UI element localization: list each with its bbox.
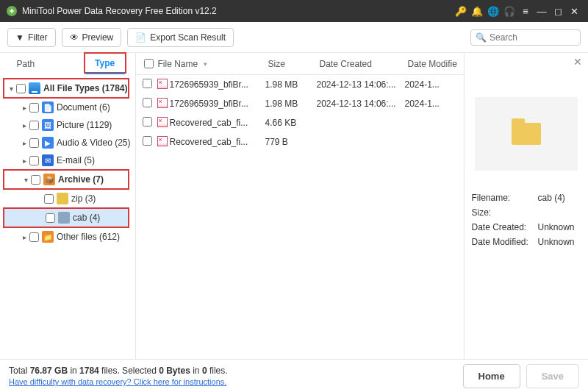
preview-label: Preview	[82, 32, 114, 43]
preview-metadata: Filename: cab (4) Size: Date Created: Un…	[472, 193, 581, 247]
export-button[interactable]: 📄 Export Scan Result	[127, 28, 234, 47]
menu-icon[interactable]: ≡	[517, 6, 534, 17]
checkbox-row[interactable]	[143, 136, 152, 146]
preview-panel: ✕ Filename: cab (4) Size: Date Created: …	[465, 53, 589, 359]
cell-created: 2024-12-13 14:06:...	[317, 99, 405, 109]
checkbox-row[interactable]	[143, 117, 152, 126]
file-row[interactable]: Recovered_cab_fi... 779 B	[136, 132, 464, 152]
file-row[interactable]: 1726965939_bfiBr... 1.98 MB 2024-12-13 1…	[136, 94, 464, 113]
close-icon[interactable]: ✕	[566, 6, 582, 17]
meta-value-filename: cab (4)	[538, 193, 581, 203]
tree-label: Picture (1129)	[57, 120, 112, 130]
file-icon	[157, 79, 168, 89]
cell-name: 1726965939_bfiBr...	[170, 79, 265, 90]
checkbox-cab[interactable]	[46, 213, 55, 223]
cab-icon	[58, 212, 70, 224]
checkbox-select-all[interactable]	[144, 59, 154, 68]
tree-label: All File Types (1784)	[43, 83, 128, 93]
eye-icon: 👁	[70, 32, 79, 43]
tab-type[interactable]: Type	[85, 54, 125, 74]
tree-label: Audio & Video (25)	[57, 138, 131, 148]
chevron-right-icon[interactable]: ▸	[19, 233, 29, 241]
filter-icon: ▼	[15, 32, 24, 43]
toolbar: ▼ Filter 👁 Preview 📄 Export Scan Result …	[0, 22, 588, 53]
checkbox-other[interactable]	[29, 232, 39, 242]
minimize-icon[interactable]: —	[534, 6, 550, 17]
monitor-icon	[29, 82, 40, 94]
file-type-tree: ▾ All File Types (1784) ▸ 📄 Document (6)…	[0, 75, 135, 359]
key-icon[interactable]: 🔑	[453, 6, 469, 17]
cell-modified: 2024-1...	[405, 79, 456, 90]
tree-node-document[interactable]: ▸ 📄 Document (6)	[3, 99, 132, 116]
title-bar: MiniTool Power Data Recovery Free Editio…	[0, 0, 588, 22]
tree-node-cab[interactable]: cab (4)	[4, 209, 128, 227]
search-icon: 🔍	[476, 32, 487, 43]
headphones-icon[interactable]: 🎧	[501, 6, 517, 17]
left-tabs: Path Type	[0, 53, 135, 75]
tree-label: Document (6)	[57, 102, 110, 113]
checkbox-picture[interactable]	[29, 121, 39, 130]
checkbox-email[interactable]	[29, 156, 39, 165]
meta-label-created: Date Created:	[472, 222, 538, 232]
checkbox-row[interactable]	[143, 98, 152, 107]
filter-button[interactable]: ▼ Filter	[7, 28, 56, 47]
tree-node-archive[interactable]: ▾ 📦 Archive (7)	[4, 171, 128, 188]
bell-icon[interactable]: 🔔	[469, 6, 485, 17]
close-preview-icon[interactable]: ✕	[573, 56, 582, 68]
preview-button[interactable]: 👁 Preview	[62, 28, 122, 47]
file-icon	[157, 98, 168, 108]
maximize-icon[interactable]: ◻	[550, 6, 566, 17]
tab-path[interactable]: Path	[6, 53, 46, 75]
sort-indicator-icon: ▾	[204, 60, 207, 68]
footer-stats: Total 76.87 GB in 1784 files. Selected 0…	[9, 366, 228, 376]
col-header-name[interactable]: File Name ▾	[158, 59, 268, 69]
chevron-right-icon[interactable]: ▸	[19, 157, 29, 165]
footer: Total 76.87 GB in 1784 files. Selected 0…	[0, 359, 588, 392]
meta-label-filename: Filename:	[472, 193, 538, 203]
tree-node-other[interactable]: ▸ 📁 Other files (612)	[3, 228, 132, 246]
tree-label: zip (3)	[71, 193, 96, 204]
chevron-right-icon[interactable]: ▸	[19, 104, 29, 112]
save-button[interactable]: Save	[526, 364, 579, 388]
left-panel: Path Type ▾ All File Types (1784) ▸ 📄 Do…	[0, 53, 136, 359]
checkbox-document[interactable]	[29, 103, 39, 113]
cell-name: 1726965939_bfiBr...	[170, 99, 265, 109]
tree-node-picture[interactable]: ▸ 🖼 Picture (1129)	[3, 116, 132, 134]
col-header-modified[interactable]: Date Modifie	[408, 59, 459, 69]
tree-node-av[interactable]: ▸ ▶ Audio & Video (25)	[3, 134, 132, 152]
file-list-panel: File Name ▾ Size Date Created Date Modif…	[136, 53, 465, 359]
tree-label: E-mail (5)	[57, 155, 95, 165]
cell-size: 4.66 KB	[265, 118, 317, 128]
file-row[interactable]: 1726965939_bfiBr... 1.98 MB 2024-12-13 1…	[136, 75, 464, 94]
chevron-down-icon[interactable]: ▾	[6, 85, 16, 93]
checkbox-zip[interactable]	[44, 194, 54, 204]
folder-icon	[512, 123, 541, 145]
tree-node-all-types[interactable]: ▾ All File Types (1784)	[4, 79, 128, 97]
export-icon: 📄	[135, 32, 146, 43]
chevron-right-icon[interactable]: ▸	[19, 121, 29, 129]
globe-icon[interactable]: 🌐	[485, 6, 501, 17]
audio-video-icon: ▶	[42, 137, 54, 149]
help-link[interactable]: Have difficulty with data recovery? Clic…	[9, 377, 228, 386]
checkbox-av[interactable]	[29, 138, 39, 148]
tree-node-email[interactable]: ▸ ✉ E-mail (5)	[3, 152, 132, 169]
cell-modified: 2024-1...	[405, 99, 456, 109]
tree-node-zip[interactable]: zip (3)	[3, 190, 132, 207]
meta-label-size: Size:	[472, 207, 538, 218]
cell-name: Recovered_cab_fi...	[170, 118, 265, 128]
checkbox-all-types[interactable]	[16, 84, 26, 93]
filter-label: Filter	[28, 32, 48, 43]
checkbox-row[interactable]	[143, 79, 152, 88]
preview-thumbnail	[475, 97, 578, 171]
chevron-down-icon[interactable]: ▾	[21, 176, 31, 184]
file-list-body: 1726965939_bfiBr... 1.98 MB 2024-12-13 1…	[136, 75, 464, 359]
archive-icon: 📦	[43, 174, 55, 185]
checkbox-archive[interactable]	[31, 175, 40, 185]
file-row[interactable]: Recovered_cab_fi... 4.66 KB	[136, 113, 464, 132]
chevron-right-icon[interactable]: ▸	[19, 139, 29, 147]
home-button[interactable]: Home	[463, 364, 520, 388]
col-header-size[interactable]: Size	[268, 59, 320, 69]
search-box[interactable]: 🔍	[470, 29, 581, 46]
search-input[interactable]	[490, 32, 588, 43]
col-header-created[interactable]: Date Created	[320, 59, 408, 69]
